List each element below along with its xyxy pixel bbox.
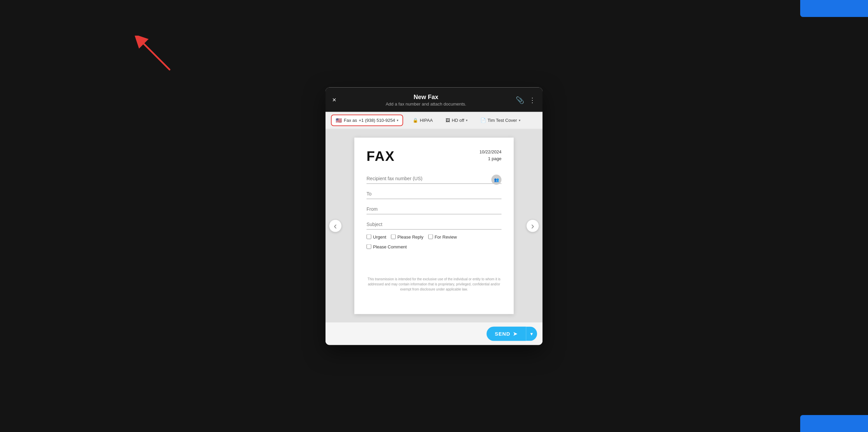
- send-dropdown-button[interactable]: ▾: [526, 326, 537, 341]
- fax-footer: This transmission is intended for the ex…: [367, 276, 501, 292]
- modal-footer: SEND ➤ ▾: [326, 322, 542, 345]
- send-arrow-icon: ➤: [513, 331, 518, 337]
- fax-title: FAX: [367, 148, 395, 164]
- fax-meta: 10/22/2024 1 page: [479, 148, 501, 163]
- hipaa-label: HIPAA: [420, 118, 433, 123]
- modal-header-center: New Fax Add a fax number and attach docu…: [336, 93, 516, 106]
- please-reply-checkbox[interactable]: [391, 234, 396, 239]
- fax-document: FAX 10/22/2024 1 page 👥: [354, 137, 514, 314]
- for-review-checkbox-item[interactable]: For Review: [428, 234, 457, 239]
- cover-label: Tim Test Cover: [488, 118, 517, 123]
- bottom-right-hint: [800, 415, 868, 432]
- for-review-checkbox[interactable]: [428, 234, 433, 239]
- chevron-down-icon-hd: ▾: [466, 118, 468, 122]
- urgent-checkbox-item[interactable]: Urgent: [367, 234, 386, 239]
- send-button-group: SEND ➤ ▾: [487, 326, 537, 341]
- to-input[interactable]: [367, 191, 501, 196]
- subject-input[interactable]: [367, 221, 501, 227]
- modal-subtitle: Add a fax number and attach documents.: [336, 101, 516, 106]
- fax-document-wrapper: ‹ FAX 10/22/2024 1 page 👥: [326, 129, 542, 322]
- from-field: [367, 202, 501, 214]
- urgent-label: Urgent: [373, 234, 386, 239]
- checkboxes-row: Urgent Please Reply For Review Please Co…: [367, 234, 501, 249]
- subject-field: [367, 218, 501, 229]
- attachment-icon[interactable]: 📎: [516, 96, 524, 104]
- prev-page-button[interactable]: ‹: [329, 219, 342, 232]
- please-comment-label: Please Comment: [373, 244, 407, 249]
- chevron-right-icon: ›: [531, 220, 534, 231]
- shield-icon: 🔒: [413, 118, 418, 123]
- hd-icon: 🖼: [446, 118, 450, 123]
- hd-label: HD off: [452, 118, 464, 123]
- document-icon: 📄: [480, 118, 486, 123]
- fax-date: 10/22/2024: [479, 148, 501, 155]
- chevron-down-icon: ▾: [397, 118, 398, 122]
- please-reply-label: Please Reply: [397, 234, 423, 239]
- next-page-button[interactable]: ›: [526, 219, 539, 232]
- hipaa-toggle[interactable]: 🔒 HIPAA: [409, 116, 436, 125]
- urgent-checkbox[interactable]: [367, 234, 371, 239]
- recipient-field: 👥: [367, 172, 501, 184]
- contact-add-icon[interactable]: 👥: [491, 174, 501, 185]
- please-comment-checkbox[interactable]: [367, 244, 371, 249]
- chevron-left-icon: ‹: [334, 220, 337, 231]
- more-options-icon[interactable]: ⋮: [529, 96, 536, 104]
- fax-pages: 1 page: [479, 155, 501, 163]
- top-bar-hint: [800, 0, 868, 17]
- modal-title: New Fax: [336, 93, 516, 100]
- to-field: [367, 187, 501, 199]
- please-comment-checkbox-item[interactable]: Please Comment: [367, 244, 407, 249]
- please-reply-checkbox-item[interactable]: Please Reply: [391, 234, 423, 239]
- new-fax-modal: × New Fax Add a fax number and attach do…: [326, 87, 542, 345]
- from-input[interactable]: [367, 206, 501, 211]
- fax-as-label: Fax as: [344, 118, 357, 123]
- close-button[interactable]: ×: [332, 96, 336, 104]
- fax-as-selector[interactable]: 🇺🇸 Fax as +1 (938) 510-9254 ▾: [331, 114, 403, 126]
- modal-header: × New Fax Add a fax number and attach do…: [326, 87, 542, 112]
- recipient-input[interactable]: [367, 175, 501, 181]
- send-button[interactable]: SEND ➤: [487, 326, 526, 341]
- chevron-down-icon-cover: ▾: [519, 118, 520, 122]
- hd-toggle[interactable]: 🖼 HD off ▾: [442, 116, 471, 125]
- for-review-label: For Review: [435, 234, 457, 239]
- fax-doc-header: FAX 10/22/2024 1 page: [367, 148, 501, 164]
- cover-page-selector[interactable]: 📄 Tim Test Cover ▾: [477, 116, 524, 125]
- chevron-down-icon-send: ▾: [530, 331, 533, 336]
- send-label: SEND: [495, 331, 510, 337]
- fax-phone: +1 (938) 510-9254: [359, 118, 395, 123]
- modal-header-icons: 📎 ⋮: [516, 96, 536, 104]
- flag-icon: 🇺🇸: [336, 117, 342, 123]
- toolbar: 🇺🇸 Fax as +1 (938) 510-9254 ▾ 🔒 HIPAA 🖼 …: [326, 112, 542, 129]
